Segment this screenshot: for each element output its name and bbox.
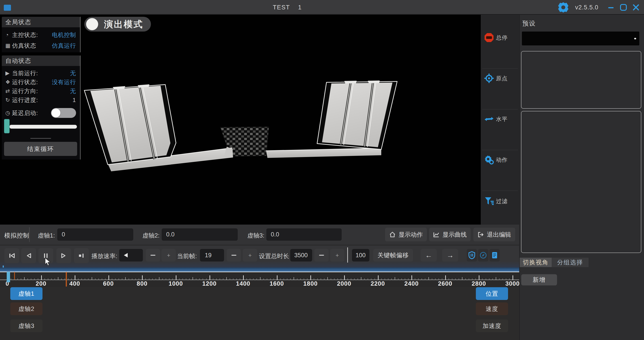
ruler[interactable]: 0200400600800100012001400160018002000220… bbox=[0, 272, 519, 287]
ruler-minor-tick bbox=[321, 278, 321, 280]
offset-input[interactable]: 100 bbox=[352, 249, 370, 262]
horizontal-arrows-icon bbox=[484, 114, 494, 124]
ruler-label: 1200 bbox=[202, 280, 217, 287]
settings-gear-icon[interactable] bbox=[558, 2, 569, 13]
axis2-input[interactable]: 0.0 bbox=[162, 228, 238, 241]
tab-group-select[interactable]: 分组选择 bbox=[552, 258, 588, 267]
mode-badge-dot-icon bbox=[86, 18, 98, 30]
frame-increase-button[interactable]: + bbox=[243, 249, 257, 262]
tool-origin-button[interactable]: 原点 bbox=[481, 68, 519, 88]
rate-label: 播放速率: bbox=[92, 252, 118, 260]
exit-edit-button[interactable]: 退出编辑 bbox=[474, 228, 515, 241]
tool-filter-button[interactable]: 过滤 bbox=[481, 191, 519, 211]
ruler-minor-tick bbox=[489, 278, 490, 280]
ruler-minor-tick bbox=[118, 278, 119, 280]
auto-status-title: 自动状态 bbox=[2, 56, 80, 66]
ruler-minor-tick bbox=[156, 278, 156, 280]
3d-viewport[interactable]: 演出模式 全局状态 ◔ 主控状态: 电机控制 ▦ 仿真状态 仿真运行 自动状态 bbox=[0, 15, 481, 224]
ruler-minor-tick bbox=[256, 278, 257, 280]
mode-acceleration-button[interactable]: 加速度 bbox=[476, 320, 508, 332]
preset-list-box[interactable] bbox=[521, 51, 641, 109]
preset-detail-box[interactable] bbox=[521, 111, 641, 253]
rate-input[interactable] bbox=[119, 249, 143, 262]
document-icon bbox=[491, 252, 498, 259]
ruler-minor-tick bbox=[48, 278, 48, 280]
track-axis3-button[interactable]: 虚轴3 bbox=[10, 320, 42, 332]
auto-status-panel: 自动状态 ▶ 当前运行: 无 ❖ 运行状态: 没有运行 ⇄ 运行方向: 无 bbox=[2, 56, 80, 160]
ruler-minor-tick bbox=[189, 278, 190, 280]
ruler-minor-tick bbox=[331, 278, 331, 280]
notes-button[interactable] bbox=[490, 249, 500, 262]
compass-button[interactable] bbox=[478, 249, 488, 262]
minimize-button[interactable] bbox=[605, 0, 617, 15]
rate-decrease-button[interactable] bbox=[146, 249, 160, 262]
run-status-value: 没有运行 bbox=[52, 78, 76, 86]
duration-decrease-button[interactable] bbox=[314, 249, 329, 262]
frame-decrease-button[interactable] bbox=[227, 249, 241, 262]
ruler-minor-tick bbox=[294, 277, 294, 280]
tool-level-button[interactable]: 水平 bbox=[481, 109, 519, 129]
duration-increase-button[interactable]: + bbox=[330, 249, 344, 262]
ruler-minor-tick bbox=[71, 278, 72, 280]
end-loop-button[interactable]: 结束循环 bbox=[4, 142, 77, 156]
track-axis2-button[interactable]: 虚轴2 bbox=[10, 302, 42, 315]
maximize-icon bbox=[620, 4, 627, 11]
step-back-button[interactable] bbox=[21, 248, 36, 263]
offset-right-button[interactable]: → bbox=[442, 249, 458, 262]
ruler-minor-tick bbox=[384, 278, 385, 280]
axis3-input[interactable]: 0.0 bbox=[266, 228, 342, 241]
frame-input[interactable]: 19 bbox=[200, 249, 224, 262]
progress-slider[interactable] bbox=[4, 119, 78, 133]
delay-start-toggle[interactable] bbox=[51, 108, 76, 118]
simulation-control-row: 模拟控制 虚轴1: 0 虚轴2: 0.0 虚轴3: 0.0 显示动作 bbox=[0, 224, 519, 245]
frame-value: 19 bbox=[205, 252, 212, 259]
ruler-minor-tick bbox=[425, 278, 425, 280]
jump-end-button[interactable] bbox=[74, 248, 89, 263]
preset-select-input[interactable] bbox=[522, 32, 639, 46]
ruler-minor-tick bbox=[284, 278, 284, 280]
ruler-major-tick bbox=[512, 275, 513, 280]
show-curve-button[interactable]: 显示曲线 bbox=[429, 228, 471, 241]
ruler-minor-tick bbox=[78, 278, 78, 280]
ruler-minor-tick bbox=[428, 277, 429, 280]
offset-left-button[interactable]: ← bbox=[420, 249, 437, 262]
ruler-minor-tick bbox=[462, 277, 462, 280]
ruler-minor-tick bbox=[374, 278, 375, 280]
curve-icon bbox=[433, 232, 440, 238]
mode-velocity-button[interactable]: 速度 bbox=[476, 302, 508, 315]
origin-icon bbox=[484, 73, 494, 84]
step-forward-button[interactable] bbox=[56, 248, 71, 263]
ruler-minor-tick bbox=[297, 278, 298, 280]
close-button[interactable] bbox=[630, 0, 642, 15]
keyframe-offset-button[interactable]: 关键帧偏移 bbox=[373, 249, 413, 262]
ruler-label: 2400 bbox=[404, 280, 418, 287]
maximize-button[interactable] bbox=[617, 0, 630, 15]
mode-position-button[interactable]: 位置 bbox=[476, 287, 508, 300]
keyframe-marker-2[interactable] bbox=[66, 272, 67, 286]
axis1-input[interactable]: 0 bbox=[57, 228, 133, 241]
tab-switch-view[interactable]: 切换视角 bbox=[520, 258, 552, 267]
ruler-minor-tick bbox=[145, 278, 146, 280]
timeline-scrub-bar[interactable] bbox=[0, 268, 519, 272]
ruler-minor-tick bbox=[199, 278, 200, 280]
ruler-minor-tick bbox=[179, 278, 180, 280]
tool-action-button[interactable]: 动作 bbox=[481, 150, 519, 170]
add-button[interactable]: 新增 bbox=[521, 274, 557, 286]
keyframe-marker-1[interactable] bbox=[14, 272, 15, 280]
track-axis1-button[interactable]: 虚轴1 bbox=[10, 287, 42, 300]
run-status-row: ❖ 运行状态: 没有运行 bbox=[2, 78, 80, 86]
ruler-label: 1600 bbox=[270, 280, 284, 287]
ruler-minor-tick bbox=[54, 278, 55, 280]
lock-pause-button[interactable] bbox=[467, 249, 477, 262]
tool-stop-button[interactable]: 总停 bbox=[481, 28, 519, 48]
jump-start-button[interactable] bbox=[4, 248, 19, 263]
ruler-label: 200 bbox=[36, 280, 46, 287]
rate-increase-button[interactable]: + bbox=[162, 249, 176, 262]
run-status-icon: ❖ bbox=[5, 79, 12, 85]
ruler-minor-tick bbox=[459, 278, 459, 280]
duration-input[interactable]: 3500 bbox=[290, 249, 312, 262]
progress-slider-handle[interactable] bbox=[4, 119, 10, 133]
playhead-marker[interactable] bbox=[7, 272, 10, 282]
mode-badge[interactable]: 演出模式 bbox=[84, 17, 151, 32]
show-action-button[interactable]: 显示动作 bbox=[385, 228, 427, 241]
